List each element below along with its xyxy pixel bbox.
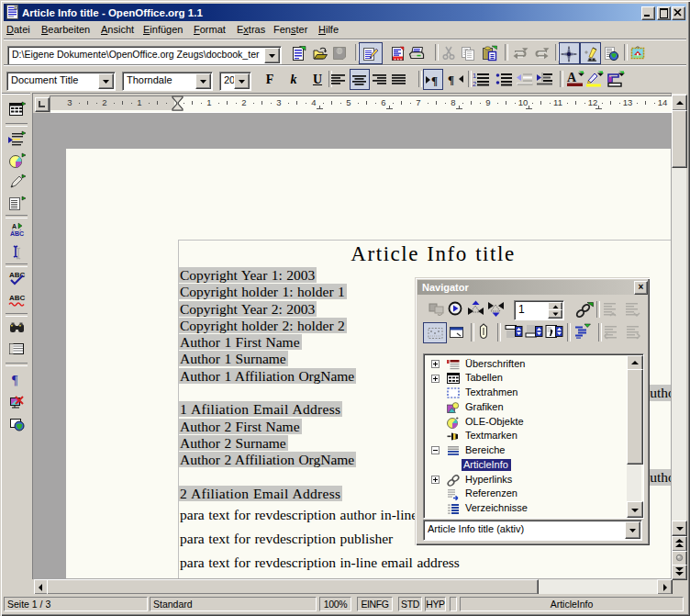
svg-text:¶: ¶ [431,73,438,87]
svg-text:A: A [12,223,17,230]
svg-text:ABC: ABC [9,294,26,302]
svg-text:ABC: ABC [9,271,26,279]
svg-text:ABC: ABC [10,230,24,237]
svg-text:2: 2 [473,80,476,87]
svg-text:¶: ¶ [448,73,454,86]
svg-text:A: A [567,71,577,84]
svg-text:¶: ¶ [12,374,18,387]
